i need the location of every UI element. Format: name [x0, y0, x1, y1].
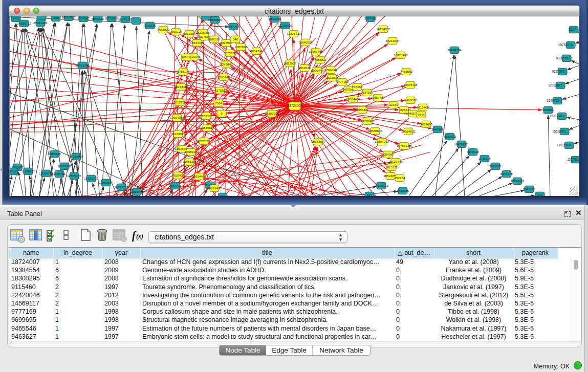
svg-text:2935114: 2935114: [478, 157, 491, 160]
svg-text:2020655: 2020655: [49, 152, 61, 156]
svg-text:546: 546: [233, 37, 238, 41]
svg-text:7955812: 7955812: [314, 58, 327, 61]
svg-text:19166829: 19166829: [171, 132, 185, 136]
svg-text:12093872: 12093872: [548, 83, 563, 87]
svg-text:2087682: 2087682: [364, 16, 377, 20]
svg-text:9245652: 9245652: [523, 187, 536, 191]
svg-text:7004: 7004: [215, 101, 222, 105]
svg-text:10975887: 10975887: [57, 164, 72, 168]
svg-text:7625402: 7625402: [172, 173, 185, 177]
svg-text:1640954: 1640954: [431, 127, 444, 131]
svg-text:16648784: 16648784: [447, 48, 462, 52]
svg-text:7986322: 7986322: [356, 108, 369, 112]
svg-text:14136141: 14136141: [374, 184, 388, 187]
svg-text:7357224: 7357224: [227, 25, 240, 28]
svg-text:1117: 1117: [569, 28, 576, 31]
svg-text:252254: 252254: [395, 176, 405, 180]
svg-text:6966160: 6966160: [92, 17, 104, 20]
svg-text:16120746: 16120746: [388, 160, 403, 163]
svg-text:9699695: 9699695: [420, 122, 433, 126]
svg-text:16033809: 16033809: [208, 18, 222, 21]
svg-text:15692971: 15692971: [552, 129, 567, 133]
svg-text:17016504: 17016504: [557, 143, 572, 147]
svg-text:8813054: 8813054: [269, 17, 281, 20]
svg-text:(x): (x): [136, 233, 143, 240]
svg-text:16961758: 16961758: [309, 50, 323, 53]
svg-text:8912954: 8912954: [183, 32, 196, 35]
svg-text:7485063: 7485063: [400, 70, 413, 73]
svg-text:18724007: 18724007: [288, 104, 302, 107]
svg-text:16640910: 16640910: [298, 40, 313, 44]
svg-text:10853267: 10853267: [61, 16, 76, 19]
svg-text:10958167: 10958167: [99, 181, 113, 184]
svg-text:7632621: 7632621: [489, 164, 502, 168]
svg-text:27691406: 27691406: [33, 21, 48, 25]
svg-text:6794028: 6794028: [324, 68, 337, 72]
svg-text:2718176: 2718176: [177, 70, 190, 73]
svg-text:7515526: 7515526: [144, 24, 157, 27]
svg-text:19654985: 19654985: [170, 116, 184, 119]
svg-text:10654112: 10654112: [510, 179, 525, 183]
svg-text:9329966: 9329966: [556, 56, 569, 60]
svg-text:19384554: 19384554: [311, 140, 325, 143]
svg-text:8878332: 8878332: [198, 139, 210, 143]
svg-text:12923466: 12923466: [129, 190, 144, 193]
svg-text:18907249: 18907249: [375, 140, 389, 143]
svg-text:6990448: 6990448: [311, 69, 324, 72]
svg-text:3675685: 3675685: [224, 51, 236, 55]
svg-text:8471676: 8471676: [500, 172, 513, 176]
svg-text:8938923: 8938923: [444, 135, 456, 138]
svg-text:12218506: 12218506: [278, 24, 292, 27]
svg-text:883: 883: [367, 193, 373, 196]
svg-text:929: 929: [537, 193, 543, 196]
svg-text:8854749: 8854749: [250, 49, 263, 53]
svg-text:16210643: 16210643: [550, 114, 564, 118]
svg-text:0: 0: [221, 112, 223, 115]
svg-text:7663822: 7663822: [157, 28, 170, 31]
svg-text:1085: 1085: [52, 16, 59, 19]
svg-text:16914479: 16914479: [192, 174, 206, 178]
svg-text:14099489: 14099489: [182, 160, 197, 164]
svg-text:12213967: 12213967: [385, 39, 400, 42]
svg-text:11325419: 11325419: [287, 32, 301, 35]
svg-text:15716465: 15716465: [207, 186, 222, 190]
svg-text:116753: 116753: [567, 158, 578, 161]
svg-text:9660124: 9660124: [170, 30, 183, 33]
svg-text:1862615: 1862615: [298, 66, 311, 70]
svg-text:1498222: 1498222: [185, 150, 198, 154]
svg-text:9115460: 9115460: [417, 105, 429, 109]
svg-text:12505135: 12505135: [67, 174, 81, 178]
svg-text:19654923: 19654923: [401, 129, 416, 133]
svg-text:29053346: 29053346: [75, 63, 90, 67]
svg-text:10671355: 10671355: [118, 17, 133, 21]
svg-text:1403: 1403: [12, 16, 19, 20]
svg-text:12213369: 12213369: [174, 85, 188, 89]
svg-text:10688609: 10688609: [368, 129, 382, 133]
svg-text:11156827: 11156827: [21, 169, 35, 173]
svg-text:8267115: 8267115: [200, 114, 212, 118]
svg-text:1733426: 1733426: [397, 189, 409, 192]
svg-text:16543362: 16543362: [190, 41, 204, 45]
svg-text:2603144: 2603144: [217, 75, 230, 79]
svg-text:746266: 746266: [352, 85, 363, 89]
svg-text:1621072: 1621072: [326, 76, 339, 79]
svg-text:9844: 9844: [418, 113, 425, 116]
svg-text:10607487: 10607487: [371, 96, 385, 99]
svg-text:1010754: 1010754: [173, 100, 186, 104]
svg-text:20364456: 20364456: [346, 97, 360, 101]
svg-text:10973493: 10973493: [394, 53, 408, 57]
svg-text:16782759: 16782759: [114, 185, 128, 189]
svg-text:427552: 427552: [215, 89, 226, 92]
svg-text:1244415: 1244415: [547, 99, 559, 102]
svg-text:1615132: 1615132: [385, 165, 398, 169]
svg-text:8186328: 8186328: [208, 37, 221, 41]
svg-text:13535594: 13535594: [200, 126, 214, 129]
svg-text:12160: 12160: [389, 103, 398, 106]
svg-text:2367608: 2367608: [235, 45, 248, 49]
svg-text:3624554: 3624554: [361, 91, 374, 94]
svg-text:124: 124: [220, 194, 226, 196]
svg-text:98901: 98901: [181, 55, 190, 59]
svg-text:15751074: 15751074: [558, 43, 573, 47]
svg-text:12042757: 12042757: [39, 171, 53, 175]
svg-text:6479197: 6479197: [455, 142, 468, 146]
